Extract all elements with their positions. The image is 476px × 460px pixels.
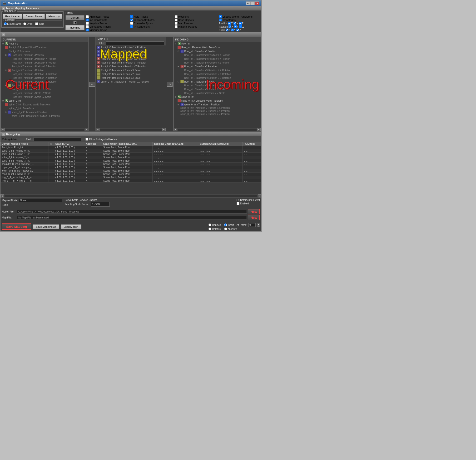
inc-rot-group[interactable]: ⊟ R Root_int \ Transform \ Rotation — [174, 65, 261, 68]
sp0-ewt[interactable]: spine_0_int \ Exposed World Transform — [1, 102, 88, 106]
mapped-xscale[interactable]: Root_int \ Transform \ Scale \ X Scale — [96, 68, 166, 72]
ctrl-exact-radio[interactable] — [4, 22, 7, 25]
arrow-left-btn[interactable]: <- — [89, 82, 95, 87]
material-params-check[interactable]: Material Params — [175, 25, 216, 28]
current-xscale[interactable]: Root_int \ Transform \ Scale \ X Scale — [1, 87, 88, 91]
ik-controllers-check[interactable]: IK Controllers — [130, 25, 172, 28]
mapped-sp0xpos[interactable]: Pspine_0_int \ Transform \ Position \ X … — [96, 80, 166, 84]
map-params-check[interactable]: Map Params — [175, 22, 216, 25]
current-scroll-right[interactable]: ► — [85, 128, 88, 131]
current-tree-item-ewt[interactable]: Root_int \ Exposed World Transform — [1, 45, 88, 49]
maximize-button[interactable]: □ — [250, 1, 255, 5]
expose-world-check[interactable]: Expose World Transforms — [219, 15, 260, 18]
inc-ys[interactable]: Root_int \ Transform \\ Scale \\ Y Scale — [174, 87, 261, 91]
absolute-label[interactable]: Absolute — [224, 228, 237, 230]
current-tree-item-ypos[interactable]: Root_int \ Transform \ Position \ Y Posi… — [1, 61, 88, 65]
animated-tracks-check[interactable]: Animated Tracks — [86, 15, 127, 18]
table-row[interactable]: spine_1_int -> spine_1_int ( 1.00, 1.00,… — [1, 153, 261, 156]
save-mapping-button[interactable]: Save Mapping — [2, 223, 31, 230]
arrow-right-btn[interactable]: -> — [167, 82, 172, 87]
current-tree-item-zpos[interactable]: Root_int \ Transform \ Position \ Z Posi… — [1, 65, 88, 68]
current-tree-item-xpos[interactable]: Root_int \ Transform \ Position \ X Posi… — [1, 57, 88, 61]
mapped-zpos[interactable]: PRoot_int \ Transform \ Position \ Z Pos… — [96, 53, 166, 57]
mapped-yscale[interactable]: Root_int \ Transform \ Scale \ Y Scale — [96, 72, 166, 76]
unmapped-tracks-check[interactable]: Unmapped Tracks — [86, 25, 127, 28]
current-scroll-left[interactable]: ◄ — [1, 128, 5, 131]
table-row[interactable]: Root_int -> Root_int ( 1.00, 1.00, 1.00 … — [1, 146, 261, 149]
mapped-hscroll-track[interactable] — [100, 129, 162, 131]
inc-yr[interactable]: Root_int \ Transform \\ Rotation \\ Y Ro… — [174, 72, 261, 76]
replace-label[interactable]: Replace — [208, 223, 221, 226]
note-tracks-check[interactable]: Note Tracks — [130, 15, 172, 18]
ctrl-type-label[interactable]: Type — [35, 22, 44, 25]
inc-spine0[interactable]: ⊟ 🦴 spine_0_int — [174, 95, 261, 99]
frame-up[interactable]: ▲ — [257, 223, 260, 225]
current-spine0[interactable]: ⊟ 🦴 spine_0_int — [1, 99, 88, 102]
table-row[interactable]: ring_1_R_int -> ring_1_R_int ( 1.00, 1.0… — [1, 179, 261, 183]
inc-pos-group[interactable]: ⊟ P Root_int \ Transform \ Position — [174, 49, 261, 53]
current-filter-button[interactable]: Current — [66, 15, 85, 20]
current-yrot[interactable]: Root_int \ Transform \ Rotation \ Y Rota… — [1, 76, 88, 80]
minimize-button[interactable]: ─ — [246, 1, 250, 5]
map-file-field[interactable] — [17, 216, 247, 219]
inc-xr[interactable]: Root_int \ Transform \\ Rotation \\ X Ro… — [174, 68, 261, 72]
keyable-tracks-check[interactable]: Keyable Tracks — [86, 22, 127, 25]
ind-constraints-check[interactable]: Ind Constraints — [86, 18, 127, 21]
inc-zr[interactable]: Root_int \ Transform \\ Rotation \\ Z Ro… — [174, 76, 261, 80]
ctrl-order-label[interactable]: Order — [23, 22, 33, 25]
mapped-yrot[interactable]: RRoot_int \ Transform \ Rotation \ Y Rot… — [96, 61, 166, 65]
current-tree-item-rot[interactable]: ⊟ R Root_int \ Transform \ Rotation — [1, 68, 88, 72]
inc-sp-pos[interactable]: ⊟ P spine_0_int \ Transform \ Position — [174, 102, 261, 106]
save-mapping-as-button[interactable]: Save Mapping As — [33, 224, 59, 229]
root-expand[interactable]: ⊟ — [2, 43, 5, 45]
incoming-scroll-left[interactable]: ◄ — [174, 128, 177, 131]
replace-radio[interactable] — [208, 223, 211, 226]
table-row[interactable]: ring_0_R_int -> ring_0_R_int ( 1.00, 1.0… — [1, 176, 261, 179]
table-row[interactable]: shoulder_R_int -> shoulder_... ( 1.00, 1… — [1, 162, 261, 166]
current-tree-item-transform[interactable]: Root_int \ Transform — [1, 49, 88, 53]
mapped-xpos[interactable]: PRoot_int \ Transform \ Position \ X Pos… — [96, 45, 166, 49]
current-zscale[interactable]: Root_int \ Transform \ Scale \ Z Scale — [1, 95, 88, 99]
table-row[interactable]: upper_arm_R_int -> upper_... ( 1.00, 1.0… — [1, 166, 261, 169]
table-row[interactable]: lower_arm_R_int -> lower_a... ( 1.00, 1.… — [1, 169, 261, 172]
panels-collapse[interactable]: - — [2, 33, 5, 36]
mapped-zrot[interactable]: RRoot_int \ Transform \ Rotation \ Z Rot… — [96, 65, 166, 68]
filter-retargeted-check[interactable] — [85, 138, 88, 141]
table-row[interactable]: spine_3_int -> spine_3_int ( 1.00, 1.00,… — [1, 159, 261, 162]
inc-zp[interactable]: Root_int \ Transform \\ Position \\ Z Po… — [174, 61, 261, 65]
collapse-btn[interactable]: - — [2, 7, 5, 10]
at-frame-field[interactable] — [248, 223, 256, 227]
current-yscale[interactable]: Root_int \ Transform \ Scale \ Y Scale — [1, 91, 88, 95]
fk-enabled-check[interactable] — [237, 202, 239, 205]
inc-sp-zp[interactable]: spine_0_int \ Transform \\ Position \\ Z… — [174, 112, 261, 116]
inc-sp-yp[interactable]: spine_0_int \ Transform \\ Position \\ Y… — [174, 110, 261, 112]
insert-label[interactable]: Insert — [224, 223, 234, 226]
hierarchy-button[interactable]: Hierarchy — [46, 14, 62, 19]
inc-ewt[interactable]: Root_int \ Exposed World Transform — [174, 45, 261, 49]
retarget-hscroll-left[interactable]: ◄ — [0, 195, 4, 198]
closest-name-button[interactable]: Closest Name — [23, 14, 45, 19]
mapped-ypos[interactable]: PRoot_int \ Transform \ Position \ Y Pos… — [96, 49, 166, 53]
custom-attrs-check[interactable]: Custom Attributes — [130, 18, 172, 21]
relative-label[interactable]: Relative — [208, 228, 221, 230]
retarget-scroll[interactable]: Current Mapped Nodes R Scale (X,Y,Z) Abs… — [0, 142, 261, 194]
absolute-radio[interactable] — [224, 228, 227, 230]
current-xrot[interactable]: Root_int \ Transform \ Rotation \ X Rota… — [1, 72, 88, 76]
incoming-scroll-right[interactable]: ► — [257, 128, 261, 131]
retarget-collapse[interactable]: - — [2, 133, 5, 136]
relative-radio[interactable] — [208, 228, 211, 230]
load-motion-button[interactable]: Load Motion — [61, 224, 81, 229]
sp0-t[interactable]: spine_0_int \ Transform — [1, 106, 88, 110]
current-tree-scroll[interactable]: ⊟ 🦴 Root_int Root_int \ Exposed World Tr… — [1, 42, 88, 128]
table-row[interactable]: hand_R_int -> hand_R_int ( 1.00, 1.00, 1… — [1, 172, 261, 176]
retarget-hscroll-track[interactable] — [5, 195, 257, 197]
exact-name-button[interactable]: Exact Name — [3, 14, 22, 19]
current-tree-item-scale[interactable]: ⊟ S Root_int \ Transform \ Scale — [1, 84, 88, 87]
fk-enabled-label[interactable]: Enabled — [237, 202, 260, 205]
controller-types-check[interactable]: Controller Types — [130, 22, 172, 25]
retarget-hscroll-right[interactable]: ► — [258, 195, 261, 198]
incoming-filter-button[interactable]: Incoming — [66, 25, 85, 30]
status-field[interactable]: 1204 controllers on 87 nodes mapped. — [106, 41, 164, 45]
close-button[interactable]: ✕ — [255, 1, 259, 5]
mapped-zscale[interactable]: Root_int \ Transform \ Scale \ Z Scale — [96, 76, 166, 80]
